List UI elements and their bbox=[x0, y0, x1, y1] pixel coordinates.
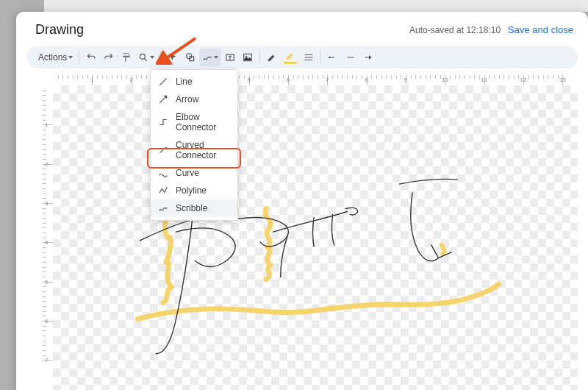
actions-menu-button[interactable]: Actions bbox=[31, 49, 76, 66]
curved-connector-icon bbox=[158, 145, 168, 155]
line-start-button[interactable] bbox=[324, 49, 342, 66]
dd-item-scribble[interactable]: Scribble bbox=[151, 199, 237, 217]
text-box-icon bbox=[225, 52, 235, 63]
redo-button[interactable] bbox=[100, 49, 118, 66]
arrow-end-button[interactable] bbox=[359, 49, 377, 66]
line-tool-dropdown[interactable]: Line Arrow Elbow Connector Curved Connec… bbox=[150, 69, 238, 221]
toolbar-separator bbox=[259, 51, 260, 64]
dd-label: Curve bbox=[176, 168, 199, 178]
dd-label: Elbow Connector bbox=[176, 112, 230, 132]
line-color-button[interactable] bbox=[263, 49, 281, 66]
paint-format-button[interactable] bbox=[118, 49, 135, 66]
dd-label: Polyline bbox=[176, 185, 207, 196]
line-icon bbox=[345, 52, 356, 63]
polyline-icon bbox=[158, 185, 168, 196]
dialog-header: Drawing Auto-saved at 12:18:10 Save and … bbox=[16, 12, 588, 45]
dd-item-elbow[interactable]: Elbow Connector bbox=[151, 108, 237, 136]
paint-roller-icon bbox=[121, 52, 132, 63]
color-chip bbox=[284, 62, 297, 64]
text-box-button[interactable] bbox=[221, 49, 239, 66]
line-dash-button[interactable] bbox=[300, 49, 318, 66]
toolbar-separator bbox=[79, 51, 79, 64]
dd-label: Curved Connector bbox=[176, 140, 230, 160]
redo-icon bbox=[104, 52, 114, 63]
scribble-icon bbox=[158, 203, 168, 213]
dialog-title: Drawing bbox=[35, 22, 84, 38]
ruler-vertical: 1234567 bbox=[43, 85, 53, 390]
arrow-icon bbox=[158, 94, 168, 104]
drawing-svg bbox=[53, 85, 578, 390]
highlighter-icon bbox=[285, 51, 295, 61]
cursor-icon bbox=[168, 52, 178, 63]
undo-button[interactable] bbox=[82, 49, 100, 66]
save-and-close-button[interactable]: Save and close bbox=[508, 24, 573, 35]
ruler-horizontal: 12345678910111213 bbox=[53, 75, 578, 85]
arrow-icon bbox=[363, 52, 373, 63]
caret-down-icon bbox=[150, 56, 154, 59]
undo-icon bbox=[86, 52, 96, 63]
elbow-connector-icon bbox=[158, 117, 168, 127]
line-tool-button[interactable] bbox=[199, 49, 221, 66]
drawing-dialog: Drawing Auto-saved at 12:18:10 Save and … bbox=[16, 12, 588, 390]
line-weight-button[interactable] bbox=[281, 49, 300, 66]
toolbar-separator bbox=[320, 51, 321, 64]
drawing-canvas[interactable] bbox=[53, 85, 578, 390]
autosave-status: Auto-saved at 12:18:10 bbox=[409, 25, 501, 35]
zoom-icon bbox=[138, 52, 148, 63]
dd-label: Line bbox=[176, 77, 193, 87]
dd-item-line[interactable]: Line bbox=[151, 73, 237, 91]
dd-item-polyline[interactable]: Polyline bbox=[151, 182, 237, 199]
zoom-button[interactable] bbox=[135, 49, 157, 66]
line-end-button[interactable] bbox=[342, 49, 359, 66]
dd-label: Scribble bbox=[176, 203, 207, 213]
pen-icon bbox=[267, 52, 277, 63]
svg-point-0 bbox=[140, 54, 146, 59]
toolbar-separator bbox=[160, 51, 161, 64]
select-tool-button[interactable] bbox=[164, 49, 182, 66]
scribble-icon bbox=[202, 52, 212, 63]
toolbar: Actions bbox=[26, 46, 578, 68]
canvas-area: 12345678910111213 1234567 bbox=[43, 75, 578, 390]
shape-tool-button[interactable] bbox=[182, 49, 199, 66]
caret-down-icon bbox=[68, 56, 73, 59]
curve-icon bbox=[158, 168, 168, 178]
border-icon bbox=[304, 52, 314, 63]
dd-item-curved[interactable]: Curved Connector bbox=[151, 136, 237, 164]
image-button[interactable] bbox=[239, 49, 257, 66]
line-icon bbox=[158, 77, 168, 87]
line-start-icon bbox=[328, 52, 338, 63]
dd-label: Arrow bbox=[176, 94, 198, 104]
dd-item-curve[interactable]: Curve bbox=[151, 164, 237, 182]
shape-icon bbox=[185, 52, 196, 63]
svg-point-6 bbox=[329, 57, 331, 58]
dd-item-arrow[interactable]: Arrow bbox=[151, 91, 237, 108]
image-icon bbox=[243, 52, 253, 63]
caret-down-icon bbox=[214, 56, 218, 59]
